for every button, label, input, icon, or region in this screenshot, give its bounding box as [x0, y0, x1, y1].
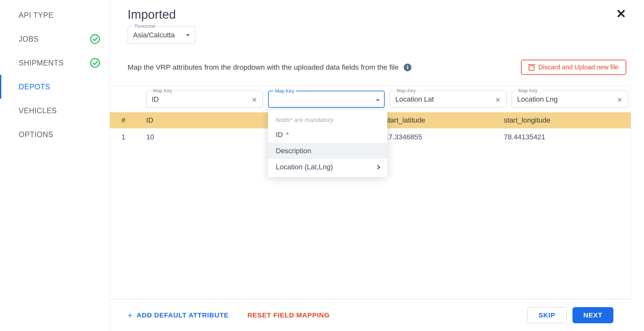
caret-down-icon [186, 34, 190, 36]
caret-up-icon [376, 98, 380, 101]
discard-upload-button[interactable]: Discard and Upload new file [521, 60, 626, 75]
sidebar-label: DEPOTS [19, 83, 50, 91]
sidebar-item-api-type[interactable]: API TYPE [0, 3, 110, 27]
trash-icon [529, 64, 534, 71]
col-header-start-longitude: start_longitude [501, 116, 620, 125]
sidebar-label: OPTIONS [19, 130, 53, 139]
mapkey-select-3[interactable]: Map Key Location Lat × [390, 91, 506, 108]
sidebar-item-jobs[interactable]: JOBS [0, 27, 110, 51]
page-title: Imported [128, 8, 176, 22]
cell-start-latitude: 17.3346855 [382, 133, 501, 141]
mapkey-label: Map Key [151, 88, 174, 93]
mapping-table: Map Key ID × Map Key fields* are mandato… [110, 86, 631, 299]
mapkey-label: Map Key [395, 88, 418, 93]
mapkey-value: ID [152, 95, 251, 104]
clear-icon[interactable]: × [494, 95, 502, 104]
required-asterisk: * [284, 131, 289, 139]
mapkey-label: Map Key [516, 88, 539, 93]
mapkey-select-4[interactable]: Map Key Location Lng × [512, 91, 628, 108]
instruction-text: Map the VRP attributes from the dropdown… [128, 63, 399, 72]
footer: + ADD DEFAULT ATTRIBUTE RESET FIELD MAPP… [110, 299, 631, 331]
clear-icon[interactable]: × [251, 95, 258, 104]
sidebar-label: VEHICLES [19, 106, 57, 115]
add-default-attribute-button[interactable]: + ADD DEFAULT ATTRIBUTE [128, 310, 229, 320]
mapkey-select-1[interactable]: Map Key ID × [146, 91, 263, 108]
col-header-start-latitude: start_latitude [382, 116, 501, 125]
sidebar-item-shipments[interactable]: SHIPMENTS [0, 51, 110, 75]
dropdown-item-label: ID [276, 131, 283, 139]
col-header-index: # [110, 116, 144, 125]
dropdown-item-label: Description [276, 147, 311, 155]
cell-start-longitude: 78.44135421 [501, 133, 620, 141]
add-attr-label: ADD DEFAULT ATTRIBUTE [137, 311, 229, 319]
dropdown-item-location[interactable]: Location (Lat,Lng) [268, 159, 387, 175]
skip-button[interactable]: SKIP [527, 307, 567, 323]
mapkey-select-2[interactable]: Map Key [268, 91, 385, 108]
next-button[interactable]: NEXT [572, 307, 613, 323]
mapkey-value: Location Lng [517, 95, 616, 104]
close-icon[interactable]: ✕ [616, 8, 626, 20]
timezone-label: Timezone [132, 23, 157, 29]
dropdown-item-description[interactable]: Description [268, 143, 387, 159]
reset-field-mapping-button[interactable]: RESET FIELD MAPPING [247, 311, 330, 319]
col-header-id: ID [144, 116, 263, 125]
timezone-select[interactable]: Timezone Asia/Calcutta [128, 26, 195, 44]
sidebar: API TYPE JOBS SHIPMENTS DEPOTS VEHICLES … [0, 0, 110, 331]
mapkey-dropdown: fields* are mandatory ID * Description L… [268, 110, 387, 177]
sidebar-label: JOBS [19, 35, 39, 44]
check-icon [90, 58, 100, 68]
sidebar-item-vehicles[interactable]: VEHICLES [0, 99, 110, 123]
plus-icon: + [128, 310, 133, 320]
dropdown-item-label: Location (Lat,Lng) [276, 163, 333, 171]
dropdown-item-id[interactable]: ID * [268, 127, 387, 143]
cell-index: 1 [110, 133, 144, 141]
chevron-right-icon [376, 165, 380, 169]
sidebar-label: API TYPE [19, 11, 53, 20]
sidebar-item-depots[interactable]: DEPOTS [0, 75, 110, 99]
sidebar-label: SHIPMENTS [19, 59, 64, 67]
sidebar-item-options[interactable]: OPTIONS [0, 123, 110, 146]
mapkey-value [274, 95, 372, 104]
info-icon[interactable]: i [404, 64, 411, 71]
check-icon [90, 34, 100, 44]
timezone-value: Asia/Calcutta [133, 31, 182, 39]
discard-label: Discard and Upload new file [538, 64, 619, 71]
main-panel: Imported ✕ Timezone Asia/Calcutta Map th… [110, 0, 644, 331]
clear-icon[interactable]: × [616, 95, 623, 104]
dropdown-hint: fields* are mandatory [268, 112, 387, 127]
mapkey-label: Map Key [273, 88, 296, 94]
mapkey-value: Location Lat [395, 95, 494, 104]
cell-id: 10 [144, 133, 263, 141]
